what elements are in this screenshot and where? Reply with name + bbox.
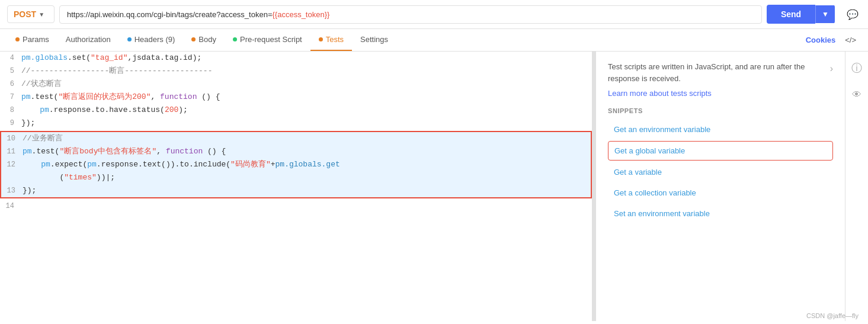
line-content-5: //-----------------断言------------------- <box>21 65 592 78</box>
snippet-get-global-var[interactable]: Get a global variable <box>608 141 833 161</box>
line-content-6: //状态断言 <box>21 78 592 91</box>
line-num-6: 6 <box>0 78 21 91</box>
eye-icon[interactable]: 👁 <box>850 87 864 102</box>
tab-prerequest-label: Pre-request Script <box>240 35 302 44</box>
tab-tests[interactable]: Tests <box>310 29 352 51</box>
url-base: https://api.weixin.qq.com/cgi-bin/tags/c… <box>67 10 273 19</box>
prerequest-dot <box>233 37 237 41</box>
line-num-10: 10 <box>1 132 23 145</box>
code-line-10: 10 //业务断言 <box>1 132 591 145</box>
tab-params[interactable]: Params <box>7 29 57 51</box>
snippets-label: SNIPPETS <box>608 107 833 114</box>
code-line-5: 5 //-----------------断言-----------------… <box>0 65 592 78</box>
headers-dot <box>127 37 132 41</box>
line-content-12a: pm.expect(pm.response.text()).to.include… <box>23 158 591 171</box>
tab-headers-label: Headers (9) <box>134 35 175 44</box>
info-icon[interactable]: ⓘ <box>849 59 864 78</box>
tab-body-label: Body <box>198 35 216 44</box>
right-panel-description: Test scripts are written in JavaScript, … <box>608 61 833 84</box>
send-button-group: Send ▼ <box>767 5 835 24</box>
url-display[interactable]: https://api.weixin.qq.com/cgi-bin/tags/c… <box>59 5 762 24</box>
line-content-11: pm.test("断言body中包含有标签名", function () { <box>23 145 591 158</box>
snippet-get-collection-var[interactable]: Get a collection variable <box>608 184 833 202</box>
tab-tests-label: Tests <box>326 35 344 44</box>
url-variable: {{access_token}} <box>273 10 330 19</box>
line-num-11: 11 <box>1 145 23 158</box>
code-line-12b: ("times"))|; <box>1 171 591 184</box>
line-content-9: }); <box>21 117 592 130</box>
code-line-13: 13 }); <box>1 184 591 197</box>
tab-settings-label: Settings <box>360 35 388 44</box>
tab-cookies[interactable]: Cookies <box>801 30 841 50</box>
tab-settings[interactable]: Settings <box>352 29 396 51</box>
send-chevron-button[interactable]: ▼ <box>815 5 835 23</box>
code-line-7: 7 pm.test("断言返回的状态码为200", function () { <box>0 91 592 104</box>
right-sidebar-icons: ⓘ 👁 <box>845 52 868 321</box>
code-line-14: 14 <box>0 200 592 213</box>
line-num-5: 5 <box>0 65 21 78</box>
expand-arrow-icon[interactable]: › <box>830 63 833 74</box>
tab-params-label: Params <box>23 35 49 44</box>
tab-headers[interactable]: Headers (9) <box>119 29 184 51</box>
line-content-8: pm.response.to.have.status(200); <box>21 104 592 117</box>
line-num-8: 8 <box>0 104 21 117</box>
method-chevron-icon: ▼ <box>39 11 44 18</box>
tab-authorization-label: Authorization <box>66 35 111 44</box>
body-dot <box>191 37 196 41</box>
send-button[interactable]: Send <box>767 5 815 24</box>
tab-code[interactable]: </> <box>840 30 861 50</box>
line-num-12a: 12 <box>1 158 23 171</box>
top-right-icons: 💬 <box>844 7 861 23</box>
learn-more-link[interactable]: Learn more about tests scripts <box>608 89 712 98</box>
code-line-6: 6 //状态断言 <box>0 78 592 91</box>
right-panel: Test scripts are written in JavaScript, … <box>596 52 845 321</box>
top-bar: POST ▼ https://api.weixin.qq.com/cgi-bin… <box>0 0 868 29</box>
line-content-14 <box>21 200 592 213</box>
tab-authorization[interactable]: Authorization <box>57 29 119 51</box>
line-num-14: 14 <box>0 200 21 213</box>
params-dot <box>15 37 20 41</box>
snippet-set-env-var[interactable]: Set an environment variable <box>608 204 833 223</box>
line-content-12b: ("times"))|; <box>23 171 591 184</box>
highlighted-block: 10 //业务断言 11 pm.test("断言body中包含有标签名", fu… <box>0 131 592 198</box>
method-label: POST <box>14 9 36 19</box>
line-num-4: 4 <box>0 52 21 65</box>
method-selector[interactable]: POST ▼ <box>7 5 55 23</box>
tab-prerequest[interactable]: Pre-request Script <box>225 29 310 51</box>
line-content-4: pm.globals.set("tag_id",jsdata.tag.id); <box>21 52 592 65</box>
code-line-12a: 12 pm.expect(pm.response.text()).to.incl… <box>1 158 591 171</box>
tests-dot <box>319 37 323 41</box>
code-line-11: 11 pm.test("断言body中包含有标签名", function () … <box>1 145 591 158</box>
chat-icon[interactable]: 💬 <box>844 7 861 23</box>
main-content: 4 pm.globals.set("tag_id",jsdata.tag.id)… <box>0 52 868 321</box>
attribution: CSDN @jaffe—fly <box>806 312 859 319</box>
line-content-10: //业务断言 <box>23 132 591 145</box>
line-content-13: }); <box>23 184 591 197</box>
snippet-get-var[interactable]: Get a variable <box>608 163 833 181</box>
code-editor[interactable]: 4 pm.globals.set("tag_id",jsdata.tag.id)… <box>0 52 592 321</box>
line-content-7: pm.test("断言返回的状态码为200", function () { <box>21 91 592 104</box>
code-line-8: 8 pm.response.to.have.status(200); <box>0 104 592 117</box>
code-line-4: 4 pm.globals.set("tag_id",jsdata.tag.id)… <box>0 52 592 65</box>
snippet-get-env-var[interactable]: Get an environment variable <box>608 120 833 139</box>
line-num-9: 9 <box>0 117 21 130</box>
tabs-bar: Params Authorization Headers (9) Body Pr… <box>0 29 868 52</box>
line-num-13: 13 <box>1 184 23 197</box>
line-num-7: 7 <box>0 91 21 104</box>
code-line-9: 9 }); <box>0 117 592 130</box>
tab-body[interactable]: Body <box>183 29 225 51</box>
line-num-12b <box>1 171 23 184</box>
